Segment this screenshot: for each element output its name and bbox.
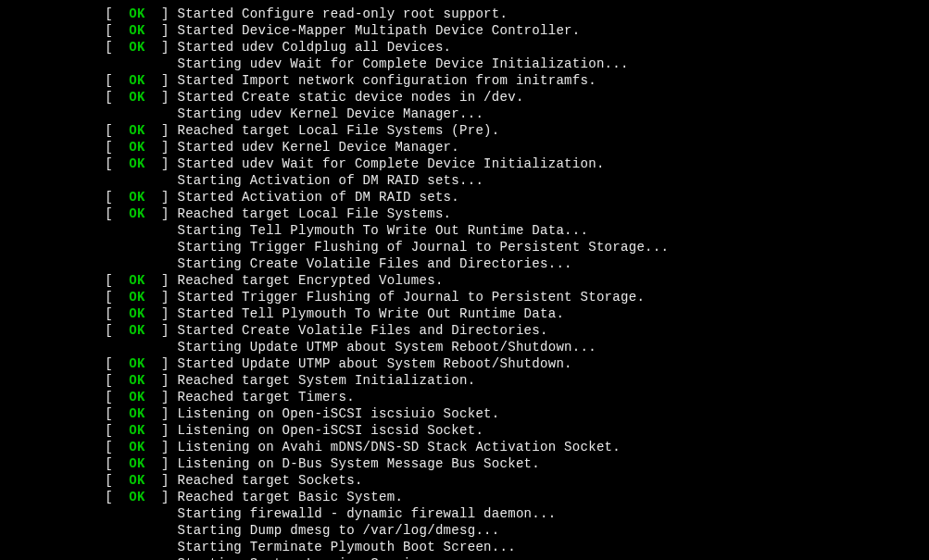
line-margin <box>0 390 105 404</box>
status-bracket-close: ] <box>145 40 178 55</box>
boot-line: [ OK ] Reached target Basic System. <box>0 489 929 505</box>
status-ok: OK <box>129 290 144 305</box>
line-margin <box>0 340 105 355</box>
status-bracket-open: [ <box>105 156 129 171</box>
line-margin <box>0 323 105 338</box>
line-margin <box>0 473 105 488</box>
status-ok: OK <box>129 390 144 404</box>
line-margin <box>0 106 105 121</box>
boot-message: Reached target Local File Systems (Pre). <box>177 123 499 138</box>
status-bracket-close: ] <box>145 390 178 404</box>
boot-line: Starting Terminate Plymouth Boot Screen.… <box>0 539 929 555</box>
status-ok: OK <box>129 356 144 371</box>
status-bracket-open: [ <box>105 40 129 55</box>
boot-line: [ OK ] Started Create Volatile Files and… <box>0 322 929 339</box>
line-margin <box>0 306 105 321</box>
boot-line: [ OK ] Started udev Kernel Device Manage… <box>0 139 929 156</box>
status-bracket-open: [ <box>105 206 129 221</box>
boot-message: Started Configure read-only root support… <box>177 6 508 21</box>
boot-line: [ OK ] Started Update UTMP about System … <box>0 355 929 372</box>
line-margin <box>0 40 105 55</box>
status-ok: OK <box>129 423 144 438</box>
boot-message: Reached target Timers. <box>177 390 354 404</box>
boot-line: [ OK ] Started Device-Mapper Multipath D… <box>0 22 929 39</box>
boot-message: Starting Create Volatile Files and Direc… <box>177 256 571 271</box>
status-ok: OK <box>129 440 144 454</box>
status-ok: OK <box>129 306 144 321</box>
status-bracket-close: ] <box>145 473 178 488</box>
boot-line: Starting Dump dmesg to /var/log/dmesg... <box>0 522 929 539</box>
boot-line: [ OK ] Listening on Avahi mDNS/DNS-SD St… <box>0 439 929 455</box>
boot-message: Starting Update UTMP about System Reboot… <box>177 340 596 355</box>
status-ok: OK <box>129 40 144 55</box>
status-bracket-close: ] <box>145 90 178 105</box>
status-bracket-open: [ <box>105 290 129 305</box>
line-margin <box>0 206 105 221</box>
boot-line: [ OK ] Reached target Local File Systems… <box>0 122 929 139</box>
status-bracket-open: [ <box>105 473 129 488</box>
status-bracket-close: ] <box>145 356 178 371</box>
boot-line: Starting udev Kernel Device Manager... <box>0 106 929 122</box>
boot-line: [ OK ] Started Tell Plymouth To Write Ou… <box>0 305 929 322</box>
status-ok: OK <box>129 473 144 488</box>
status-bracket-close: ] <box>145 373 178 388</box>
status-ok: OK <box>129 190 144 205</box>
boot-line: [ OK ] Reached target Local File Systems… <box>0 205 929 222</box>
line-margin <box>0 423 105 438</box>
line-margin <box>0 240 105 255</box>
status-blank <box>105 56 177 71</box>
boot-message: Listening on Avahi mDNS/DNS-SD Stack Act… <box>177 440 621 454</box>
status-bracket-close: ] <box>145 306 178 321</box>
boot-message: Starting Activation of DM RAID sets... <box>177 173 483 188</box>
status-blank <box>105 523 177 538</box>
boot-message: Started udev Coldplug all Devices. <box>177 40 451 55</box>
status-ok: OK <box>129 456 144 471</box>
boot-message: Starting Terminate Plymouth Boot Screen.… <box>177 540 515 554</box>
status-bracket-close: ] <box>145 290 178 305</box>
status-bracket-open: [ <box>105 140 129 155</box>
status-blank <box>105 106 177 121</box>
status-ok: OK <box>129 406 144 421</box>
line-margin <box>0 123 105 138</box>
status-ok: OK <box>129 23 144 38</box>
status-bracket-close: ] <box>145 140 178 155</box>
boot-message: Started Update UTMP about System Reboot/… <box>177 356 571 371</box>
status-bracket-open: [ <box>105 390 129 404</box>
boot-line: [ OK ] Reached target Encrypted Volumes. <box>0 272 929 289</box>
status-bracket-close: ] <box>145 323 178 338</box>
boot-message: Reached target Encrypted Volumes. <box>177 273 443 288</box>
boot-line: [ OK ] Started Import network configurat… <box>0 72 929 89</box>
boot-line: [ OK ] Reached target Timers. <box>0 389 929 405</box>
status-blank <box>105 256 177 271</box>
status-ok: OK <box>129 206 144 221</box>
status-bracket-open: [ <box>105 423 129 438</box>
boot-message: Starting udev Wait for Complete Device I… <box>177 56 628 71</box>
boot-line: [ OK ] Started Create static device node… <box>0 89 929 106</box>
status-blank <box>105 506 177 521</box>
boot-line: [ OK ] Listening on Open-iSCSI iscsiuio … <box>0 405 929 422</box>
status-bracket-open: [ <box>105 90 129 105</box>
boot-message: Reached target System Initialization. <box>177 373 475 388</box>
boot-line: [ OK ] Started Trigger Flushing of Journ… <box>0 289 929 305</box>
status-bracket-open: [ <box>105 323 129 338</box>
boot-line: [ OK ] Started Activation of DM RAID set… <box>0 189 929 205</box>
boot-message: Started udev Wait for Complete Device In… <box>177 156 604 171</box>
boot-message: Started Activation of DM RAID sets. <box>177 190 459 205</box>
boot-message: Listening on Open-iSCSI iscsid Socket. <box>177 423 483 438</box>
status-ok: OK <box>129 273 144 288</box>
line-margin <box>0 490 105 504</box>
line-margin <box>0 406 105 421</box>
status-bracket-open: [ <box>105 273 129 288</box>
status-bracket-open: [ <box>105 406 129 421</box>
status-ok: OK <box>129 373 144 388</box>
boot-line: [ OK ] Listening on D-Bus System Message… <box>0 455 929 472</box>
status-bracket-open: [ <box>105 440 129 454</box>
status-bracket-close: ] <box>145 206 178 221</box>
boot-line: Starting System Logging Service... <box>0 555 929 560</box>
status-bracket-open: [ <box>105 190 129 205</box>
line-margin <box>0 440 105 454</box>
status-bracket-close: ] <box>145 190 178 205</box>
line-margin <box>0 373 105 388</box>
boot-line: Starting Activation of DM RAID sets... <box>0 172 929 189</box>
status-ok: OK <box>129 90 144 105</box>
